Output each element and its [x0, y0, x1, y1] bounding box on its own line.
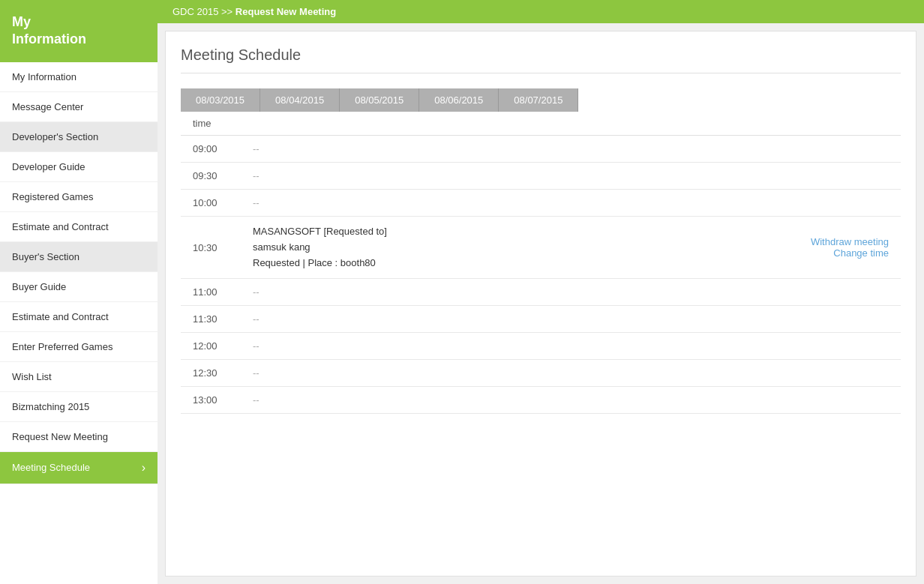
- meeting-detail: Requested | Place : booth80: [253, 256, 739, 271]
- table-row: 12:00--: [181, 333, 901, 360]
- time-cell-8: 13:00: [181, 387, 241, 414]
- content-cell-4: --: [241, 279, 751, 306]
- sidebar-item-buyers-section[interactable]: Buyer's Section: [0, 242, 158, 272]
- sidebar-item-buyer-guide[interactable]: Buyer Guide: [0, 272, 158, 302]
- date-tabs: 08/03/201508/04/201508/05/201508/06/2015…: [181, 88, 901, 112]
- chevron-right-icon: ›: [142, 461, 146, 475]
- page-title: Meeting Schedule: [181, 46, 901, 73]
- table-row: 09:00--: [181, 136, 901, 163]
- sidebar: My Information My InformationMessage Cen…: [0, 0, 158, 584]
- sidebar-item-request-new-meeting[interactable]: Request New Meeting: [0, 422, 158, 452]
- sidebar-item-meeting-schedule[interactable]: Meeting Schedule›: [0, 452, 158, 484]
- breadcrumb-current: Request New Meeting: [236, 6, 336, 17]
- schedule-table: time 09:00--09:30--10:00--10:30MASANGSOF…: [181, 112, 901, 414]
- content-cell-8: --: [241, 387, 751, 414]
- content-area: Meeting Schedule 08/03/201508/04/201508/…: [165, 31, 916, 577]
- date-tab-3[interactable]: 08/06/2015: [419, 88, 499, 112]
- schedule-body: 09:00--09:30--10:00--10:30MASANGSOFT [Re…: [181, 136, 901, 414]
- sidebar-item-developer-guide[interactable]: Developer Guide: [0, 152, 158, 182]
- date-tab-2[interactable]: 08/05/2015: [340, 88, 419, 112]
- actions-cell-5: [751, 306, 901, 333]
- action-link-withdraw-meeting[interactable]: Withdraw meeting: [763, 236, 889, 247]
- table-row: 11:30--: [181, 306, 901, 333]
- sidebar-item-developers-section[interactable]: Developer's Section: [0, 122, 158, 152]
- main-content: GDC 2015 >> Request New Meeting Meeting …: [158, 0, 924, 584]
- table-header-actions: [751, 112, 901, 136]
- sidebar-item-enter-preferred-games[interactable]: Enter Preferred Games: [0, 332, 158, 362]
- meeting-detail: samsuk kang: [253, 240, 739, 256]
- time-cell-3: 10:30: [181, 217, 241, 279]
- sidebar-item-message-center[interactable]: Message Center: [0, 92, 158, 122]
- sidebar-item-my-information[interactable]: My Information: [0, 62, 158, 92]
- breadcrumb-prefix: GDC 2015 >>: [172, 6, 236, 17]
- sidebar-item-label: Meeting Schedule: [12, 462, 90, 473]
- table-header-details: [241, 112, 751, 136]
- sidebar-item-registered-games[interactable]: Registered Games: [0, 182, 158, 212]
- actions-cell-3: Withdraw meetingChange time: [751, 217, 901, 279]
- actions-cell-0: [751, 136, 901, 163]
- actions-cell-4: [751, 279, 901, 306]
- actions-cell-6: [751, 333, 901, 360]
- content-cell-2: --: [241, 190, 751, 217]
- content-cell-6: --: [241, 333, 751, 360]
- actions-cell-7: [751, 360, 901, 387]
- sidebar-header: My Information: [0, 0, 158, 62]
- time-cell-7: 12:30: [181, 360, 241, 387]
- actions-cell-8: [751, 387, 901, 414]
- date-tab-0[interactable]: 08/03/2015: [181, 88, 260, 112]
- table-row: 11:00--: [181, 279, 901, 306]
- time-cell-1: 09:30: [181, 163, 241, 190]
- time-cell-6: 12:00: [181, 333, 241, 360]
- content-cell-5: --: [241, 306, 751, 333]
- content-cell-1: --: [241, 163, 751, 190]
- table-row: 10:30MASANGSOFT [Requested to]samsuk kan…: [181, 217, 901, 279]
- sidebar-item-estimate-contract-buyer[interactable]: Estimate and Contract: [0, 302, 158, 332]
- time-cell-5: 11:30: [181, 306, 241, 333]
- date-tab-4[interactable]: 08/07/2015: [499, 88, 578, 112]
- date-tab-1[interactable]: 08/04/2015: [260, 88, 340, 112]
- time-cell-0: 09:00: [181, 136, 241, 163]
- meeting-detail: MASANGSOFT [Requested to]: [253, 224, 739, 240]
- content-cell-3: MASANGSOFT [Requested to]samsuk kangRequ…: [241, 217, 751, 279]
- table-row: 12:30--: [181, 360, 901, 387]
- action-link-change-time[interactable]: Change time: [763, 247, 889, 259]
- actions-cell-2: [751, 190, 901, 217]
- time-cell-4: 11:00: [181, 279, 241, 306]
- sidebar-item-estimate-contract-dev[interactable]: Estimate and Contract: [0, 212, 158, 242]
- breadcrumb: GDC 2015 >> Request New Meeting: [158, 0, 924, 23]
- table-row: 10:00--: [181, 190, 901, 217]
- actions-cell-1: [751, 163, 901, 190]
- table-row: 09:30--: [181, 163, 901, 190]
- content-cell-7: --: [241, 360, 751, 387]
- table-row: 13:00--: [181, 387, 901, 414]
- content-cell-0: --: [241, 136, 751, 163]
- table-header-time: time: [181, 112, 241, 136]
- sidebar-item-wish-list[interactable]: Wish List: [0, 362, 158, 392]
- sidebar-item-bizmatching-2015[interactable]: Bizmatching 2015: [0, 392, 158, 422]
- time-cell-2: 10:00: [181, 190, 241, 217]
